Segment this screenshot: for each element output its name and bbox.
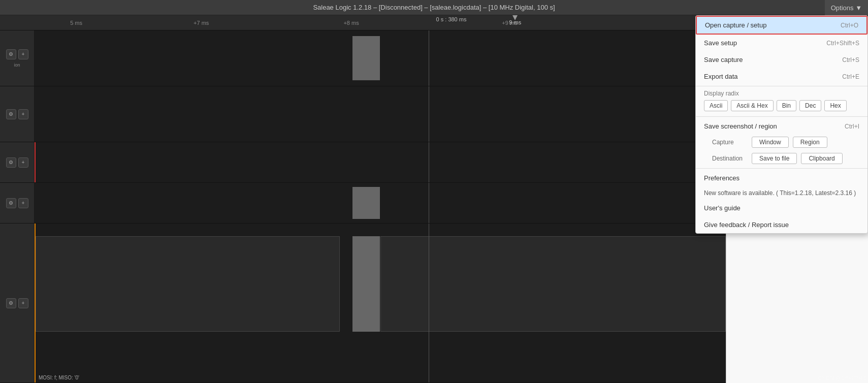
channel-2-add[interactable]: + — [18, 109, 28, 119]
menu-export-data[interactable]: Export data Ctrl+E — [696, 68, 867, 85]
menu-users-guide-label: User's guide — [704, 204, 741, 212]
menu-open-capture[interactable]: Open capture / setup Ctrl+O — [696, 16, 867, 35]
channel-2-gear[interactable]: ⚙ — [6, 109, 16, 119]
region-btn[interactable]: Region — [793, 137, 827, 148]
pulse-ch4 — [352, 187, 380, 219]
channel-4-add[interactable]: + — [18, 198, 28, 208]
radix-hex-btn[interactable]: Hex — [824, 100, 846, 111]
channel-3-controls: ⚙ + — [0, 142, 35, 182]
channel-3-waveform — [35, 142, 726, 182]
menu-separator-2 — [696, 116, 867, 117]
update-note: New software is available. ( This=1.2.18… — [696, 186, 867, 200]
clipboard-btn[interactable]: Clipboard — [801, 153, 842, 164]
channel-5-gear[interactable]: ⚙ — [6, 298, 16, 308]
menu-save-capture-shortcut: Ctrl+S — [842, 56, 859, 63]
capture-label: Capture — [712, 139, 748, 146]
menu-separator-1 — [696, 86, 867, 86]
radix-bin-btn[interactable]: Bin — [777, 100, 796, 111]
channel-1-add[interactable]: + — [18, 49, 28, 59]
channel-3-add[interactable]: + — [18, 157, 28, 168]
pulse-ch1 — [352, 36, 380, 80]
channel-4-waveform — [35, 183, 726, 223]
cursor-marker-ruler: 9 ms — [509, 15, 521, 25]
menu-save-capture[interactable]: Save capture Ctrl+S — [696, 51, 867, 68]
menu-save-screenshot[interactable]: Save screenshot / region Ctrl+I — [696, 118, 867, 135]
menu-save-setup-shortcut: Ctrl+Shift+S — [826, 40, 859, 47]
cursor-line-ch1 — [429, 30, 429, 86]
capture-row: Capture Window Region — [696, 135, 867, 151]
menu-users-guide[interactable]: User's guide — [696, 200, 867, 216]
data-block2-ch5 — [380, 236, 726, 332]
data-block-ch5 — [36, 236, 340, 332]
channel-row-1: ⚙ + ion — [0, 30, 726, 86]
radix-ascii-hex-btn[interactable]: Ascii & Hex — [731, 100, 773, 111]
channel-5-waveform: MOSI: f; MISO: '0' — [35, 224, 726, 382]
channel-row-3: ⚙ + — [0, 142, 726, 183]
channel-5-add[interactable]: + — [18, 298, 28, 308]
menu-preferences-label: Preferences — [704, 174, 740, 182]
menu-preferences[interactable]: Preferences — [696, 170, 867, 186]
radix-buttons-row: Ascii Ascii & Hex Bin Dec Hex — [696, 98, 867, 115]
display-radix-label: Display radix — [704, 90, 739, 97]
destination-label: Destination — [712, 155, 748, 162]
menu-open-capture-label: Open capture / setup — [705, 21, 766, 29]
tick-8ms: +8 ms — [343, 20, 359, 26]
window-btn[interactable]: Window — [752, 137, 789, 148]
title-bar: Saleae Logic 1.2.18 – [Disconnected] – [… — [0, 0, 868, 15]
menu-export-data-label: Export data — [704, 73, 738, 80]
watermark: CSDN @18947943 — [818, 375, 866, 381]
channel-1-controls: ⚙ + ion — [0, 30, 35, 86]
app-title: Saleae Logic 1.2.18 – [Disconnected] – [… — [313, 4, 555, 11]
radix-ascii-btn[interactable]: Ascii — [704, 100, 728, 111]
menu-save-setup-label: Save setup — [704, 39, 737, 47]
channel-1-label: ion — [14, 62, 20, 68]
menu-save-screenshot-shortcut: Ctrl+I — [845, 123, 859, 130]
channel-row-4: ⚙ + — [0, 183, 726, 224]
menu-separator-3 — [696, 168, 867, 169]
channel-5-controls: ⚙ + — [0, 224, 35, 382]
mosi-data: MOSI: f; MISO: '0' — [39, 374, 726, 381]
menu-give-feedback-label: Give feedback / Report issue — [704, 221, 789, 229]
cursor-line-ch5 — [429, 224, 429, 382]
channel-4-gear[interactable]: ⚙ — [6, 198, 16, 208]
tick-7ms: +7 ms — [194, 20, 209, 26]
menu-save-setup[interactable]: Save setup Ctrl+Shift+S — [696, 35, 867, 51]
channel-4-controls: ⚙ + — [0, 183, 35, 223]
menu-give-feedback[interactable]: Give feedback / Report issue — [696, 216, 867, 233]
cursor-line-ch2 — [429, 86, 429, 142]
menu-open-capture-shortcut: Ctrl+O — [841, 22, 858, 29]
display-radix-section: Display radix — [696, 87, 867, 98]
cursor-time-label: 9 ms — [509, 19, 521, 25]
red-line-ch3 — [35, 142, 36, 182]
menu-export-data-shortcut: Ctrl+E — [842, 73, 859, 80]
cursor-line-ch3 — [429, 142, 429, 182]
waveform-area: ⚙ + ion ⚙ — [0, 30, 726, 383]
channel-1-gear[interactable]: ⚙ — [6, 49, 16, 59]
channel-3-gear[interactable]: ⚙ — [6, 157, 16, 168]
destination-row: Destination Save to file Clipboard — [696, 151, 867, 167]
channel-2-controls: ⚙ + — [0, 86, 35, 142]
options-button[interactable]: Options ▼ — [825, 0, 868, 15]
ruler-center-label: 0 s : 380 ms — [436, 16, 467, 22]
options-dropdown-menu: Open capture / setup Ctrl+O Save setup C… — [695, 15, 868, 234]
tick-5ms: 5 ms — [70, 20, 82, 26]
radix-dec-btn[interactable]: Dec — [799, 100, 821, 111]
cursor-line-ch4 — [429, 183, 429, 223]
save-to-file-btn[interactable]: Save to file — [752, 153, 797, 164]
menu-save-screenshot-label: Save screenshot / region — [704, 122, 777, 130]
channel-2-waveform — [35, 86, 726, 142]
channel-row-5: ⚙ + MOSI: f; MISO: '0' — [0, 224, 726, 383]
channel-1-waveform — [35, 30, 726, 86]
menu-save-capture-label: Save capture — [704, 56, 743, 63]
channel-row-2: ⚙ + — [0, 86, 726, 142]
pulse-ch5 — [352, 236, 380, 332]
